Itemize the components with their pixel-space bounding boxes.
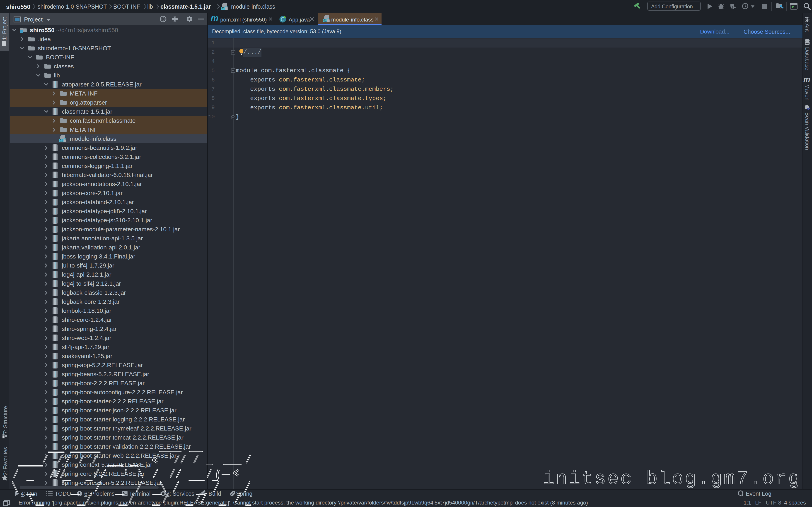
svg-text:01: 01 <box>221 7 225 10</box>
svg-text:01: 01 <box>60 139 63 142</box>
svg-text:01: 01 <box>323 19 327 22</box>
